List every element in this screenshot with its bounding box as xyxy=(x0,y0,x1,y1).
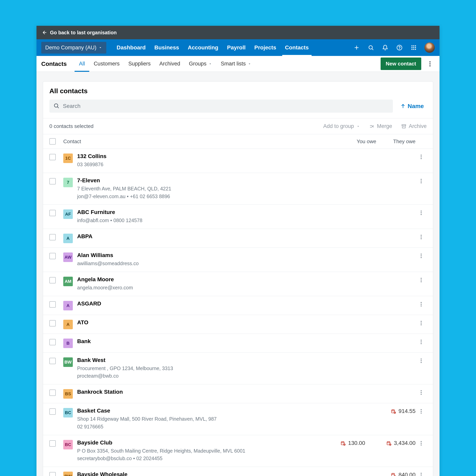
nav-dashboard[interactable]: Dashboard xyxy=(112,39,150,56)
row-checkbox[interactable] xyxy=(49,339,56,345)
contact-line2: 02 9176665 xyxy=(77,423,316,431)
top-back-label: Go back to last organisation xyxy=(50,30,117,35)
contact-row[interactable]: BCBayside ClubP O Box 3354, South Mailin… xyxy=(43,435,433,467)
svg-point-31 xyxy=(421,257,422,258)
nav-accounting[interactable]: Accounting xyxy=(184,39,223,56)
row-checkbox[interactable] xyxy=(49,390,56,396)
row-overflow-menu[interactable] xyxy=(415,177,427,200)
svg-point-28 xyxy=(421,238,422,239)
archive-button[interactable]: Archive xyxy=(401,123,427,129)
row-checkbox[interactable] xyxy=(49,301,56,308)
row-checkbox[interactable] xyxy=(49,320,56,326)
row-checkbox[interactable] xyxy=(49,277,56,283)
svg-point-41 xyxy=(421,340,422,340)
nav-projects[interactable]: Projects xyxy=(250,39,281,56)
row-overflow-menu[interactable] xyxy=(415,252,427,267)
plus-icon[interactable] xyxy=(353,44,360,51)
row-checkbox[interactable] xyxy=(49,358,56,364)
row-overflow-menu[interactable] xyxy=(415,408,427,431)
svg-point-30 xyxy=(421,255,422,256)
svg-point-44 xyxy=(421,358,422,359)
subnav-overflow-menu[interactable] xyxy=(425,59,435,69)
svg-point-17 xyxy=(421,155,422,156)
svg-rect-11 xyxy=(415,49,416,50)
row-checkbox[interactable] xyxy=(49,154,56,160)
tab-archived[interactable]: Archived xyxy=(155,56,185,72)
search-input[interactable] xyxy=(63,103,389,109)
svg-point-23 xyxy=(421,211,422,212)
svg-point-35 xyxy=(421,302,422,303)
contact-line2: secretarybob@bsclub.co • 02 2024455 xyxy=(77,455,316,462)
search-icon[interactable] xyxy=(367,44,374,51)
row-overflow-menu[interactable] xyxy=(415,301,427,310)
they-owe-cell: 914.55 xyxy=(366,408,415,431)
svg-point-43 xyxy=(421,343,422,344)
contact-row[interactable]: AMAngela Mooreangela.moore@xero.com xyxy=(43,272,433,296)
svg-point-42 xyxy=(421,341,422,342)
you-owe-cell xyxy=(316,209,366,224)
row-overflow-menu[interactable] xyxy=(415,276,427,291)
sort-button[interactable]: Name xyxy=(398,103,427,109)
contact-row[interactable]: 77-Eleven7 Eleventh Ave, PALM BEACH, QLD… xyxy=(43,173,433,205)
nav-payroll[interactable]: Payroll xyxy=(223,39,250,56)
row-overflow-menu[interactable] xyxy=(415,153,427,168)
nav-business[interactable]: Business xyxy=(150,39,184,56)
apps-grid-icon[interactable] xyxy=(410,44,417,51)
row-overflow-menu[interactable] xyxy=(415,338,427,348)
row-overflow-menu[interactable] xyxy=(415,357,427,380)
row-overflow-menu[interactable] xyxy=(415,389,427,399)
contact-row[interactable]: BBank xyxy=(43,334,433,352)
org-switcher[interactable]: Demo Company (AU) xyxy=(41,42,106,53)
row-checkbox[interactable] xyxy=(49,440,56,447)
contact-row[interactable]: 1C132 Collins03 3699876 xyxy=(43,149,433,173)
svg-point-62 xyxy=(421,441,422,442)
contact-row[interactable]: AWAlan Williamsawilliams@someaddress.co xyxy=(43,248,433,272)
contact-row[interactable]: BWBayside Wholesale840.00 xyxy=(43,467,433,476)
user-avatar[interactable] xyxy=(425,42,435,53)
row-checkbox[interactable] xyxy=(49,210,56,216)
row-checkbox[interactable] xyxy=(49,408,56,415)
row-overflow-menu[interactable] xyxy=(415,233,427,243)
row-checkbox[interactable] xyxy=(49,234,56,240)
tab-customers[interactable]: Customers xyxy=(89,56,124,72)
they-owe-cell xyxy=(366,301,415,310)
tab-groups[interactable]: Groups xyxy=(185,56,217,72)
you-owe-cell xyxy=(316,153,366,168)
svg-rect-10 xyxy=(413,49,414,50)
row-overflow-menu[interactable] xyxy=(415,440,427,462)
panel-title: All contacts xyxy=(49,87,427,95)
contact-name: Angela Moore xyxy=(77,276,316,283)
contact-row[interactable]: BSBankrock Station xyxy=(43,384,433,403)
merge-button[interactable]: Merge xyxy=(369,123,392,129)
arrow-left-icon xyxy=(42,30,47,35)
contact-row[interactable]: AFABC Furnitureinfo@abfl.com • 0800 1245… xyxy=(43,204,433,229)
row-checkbox[interactable] xyxy=(49,178,56,185)
row-overflow-menu[interactable] xyxy=(415,319,427,329)
contact-row[interactable]: AASGARD xyxy=(43,296,433,315)
add-to-group-button[interactable]: Add to group xyxy=(323,123,360,129)
contact-row[interactable]: BWBank WestProcurement , GPO 1234, Melbo… xyxy=(43,352,433,384)
tab-smart-lists[interactable]: Smart lists xyxy=(216,56,256,72)
select-all-checkbox[interactable] xyxy=(49,138,56,145)
contact-line1: awilliams@someaddress.co xyxy=(77,260,316,267)
contact-row[interactable]: AATO xyxy=(43,315,433,334)
tab-suppliers[interactable]: Suppliers xyxy=(124,56,155,72)
row-checkbox[interactable] xyxy=(49,472,56,476)
you-owe-cell xyxy=(316,177,366,200)
contact-line1: P O Box 3354, South Mailing Centre, Ridg… xyxy=(77,447,316,455)
nav-contacts[interactable]: Contacts xyxy=(281,39,313,56)
row-overflow-menu[interactable] xyxy=(415,471,427,476)
contact-name: 7-Eleven xyxy=(77,177,316,184)
they-owe-cell xyxy=(366,177,415,200)
new-contact-button[interactable]: New contact xyxy=(381,57,421,70)
you-owe-cell xyxy=(316,319,366,329)
tab-all[interactable]: All xyxy=(75,56,89,72)
help-icon[interactable] xyxy=(396,44,403,51)
bell-icon[interactable] xyxy=(382,44,389,51)
row-overflow-menu[interactable] xyxy=(415,209,427,224)
they-owe-cell xyxy=(366,338,415,348)
top-back-bar[interactable]: Go back to last organisation xyxy=(36,26,440,39)
contact-row[interactable]: BCBasket CaseShop 14 Ridgeway Mall, 500 … xyxy=(43,403,433,435)
row-checkbox[interactable] xyxy=(49,253,56,259)
contact-row[interactable]: AABPA xyxy=(43,229,433,248)
